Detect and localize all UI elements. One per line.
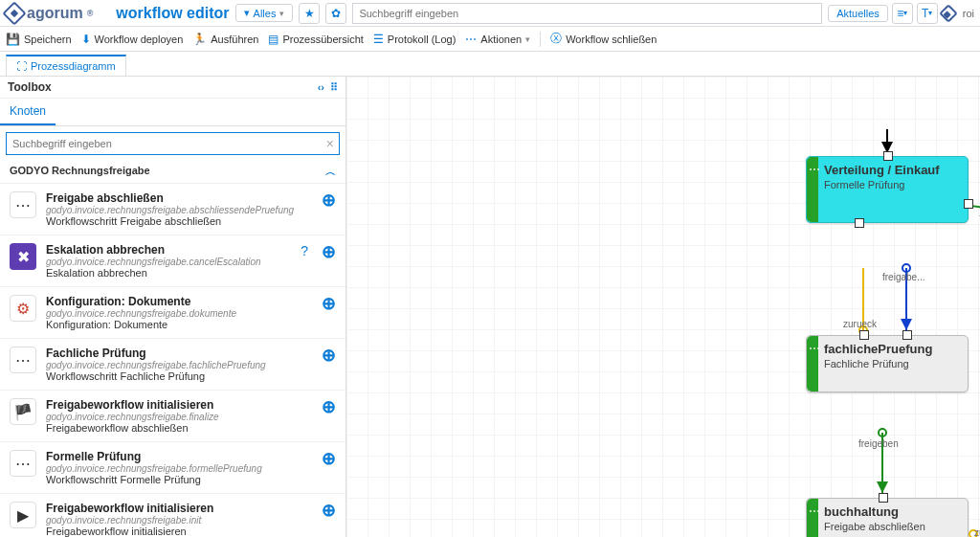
node-path: godyo.invoice.rechnungsfreigabe.formelle…: [46, 463, 312, 474]
global-search-input[interactable]: [352, 3, 822, 24]
chevron-down-icon: ▾: [279, 9, 284, 18]
actions-dropdown[interactable]: ⋯Aktionen: [465, 33, 530, 46]
header-right-tools: Aktuelles ≡▾ T▾ roi: [828, 3, 974, 24]
node-title: fachlichePruefung: [824, 342, 958, 356]
node-subtitle: Freigabe abschließen: [824, 521, 958, 532]
overview-icon: ▤: [268, 33, 278, 46]
add-node-button[interactable]: ⊕: [322, 502, 336, 519]
toolbox-node-item[interactable]: ⋯Fachliche Prüfunggodyo.invoice.rechnung…: [0, 339, 345, 391]
dots-icon: ⋯: [809, 342, 818, 355]
add-node-button[interactable]: ⊕: [322, 398, 336, 415]
port-in-left[interactable]: [859, 330, 869, 340]
x-icon: ✖: [10, 243, 36, 270]
user-label[interactable]: roi: [963, 8, 974, 19]
node-texts: Freigabeworkflow initialisierengodyo.inv…: [46, 398, 312, 434]
node-title: Freigabe abschließen: [46, 191, 312, 205]
sidebar-grid-icon[interactable]: ⠿: [330, 81, 338, 94]
toolbox-search-clear[interactable]: ×: [326, 136, 334, 151]
node-subtitle: Fachliche Prüfung: [824, 358, 958, 369]
save-button[interactable]: 💾Speichern: [6, 33, 72, 46]
node-path: godyo.invoice.rechnungsfreigabe.dokument…: [46, 308, 312, 319]
toolbox-sidebar: Toolbox ‹› ⠿ Knoten × GODYO Rechnungsfre…: [0, 77, 346, 537]
wf-node-fachliche[interactable]: ⋯ fachlichePruefung Fachliche Prüfung zu…: [806, 335, 969, 392]
add-node-button[interactable]: ⊕: [322, 191, 336, 209]
run-button[interactable]: 🏃Ausführen: [192, 33, 258, 46]
global-search: [352, 3, 822, 24]
node-path: godyo.invoice.rechnungsfreigabe.cancelEs…: [46, 257, 291, 267]
svg-point-4: [902, 264, 910, 272]
close-workflow-button[interactable]: ⓧWorkflow schließen: [550, 31, 657, 47]
save-icon: 💾: [6, 33, 20, 46]
node-desc: Freigabeworkflow initialisieren: [46, 526, 312, 537]
toolbox-node-item[interactable]: ⚙Konfiguration: Dokumentegodyo.invoice.r…: [0, 287, 345, 339]
port-in[interactable]: [879, 493, 888, 503]
node-texts: Formelle Prüfunggodyo.invoice.rechnungsf…: [46, 450, 312, 485]
port-out[interactable]: [855, 218, 864, 228]
overview-button[interactable]: ▤Prozessübersicht: [268, 33, 363, 46]
wf-node-verteilung[interactable]: ⋯ Verteilung / Einkauf Formelle Prüfung …: [806, 156, 969, 223]
brand-name: agorum: [27, 5, 83, 22]
node-title: Verteilung / Einkauf: [824, 163, 958, 177]
port-out-right[interactable]: [964, 199, 973, 209]
brand-logo[interactable]: agorum®: [6, 5, 93, 22]
node-desc: Workflowschritt Freigabe abschließen: [46, 215, 312, 227]
toolbar-separator: [540, 32, 541, 47]
node-path: godyo.invoice.rechnungsfreigabe.finalize: [46, 412, 312, 422]
toolbox-search-input[interactable]: [6, 132, 340, 155]
toolbox-group-header[interactable]: GODYO Rechnungsfreigabe ︿: [0, 161, 345, 184]
node-path: godyo.invoice.rechnungsfreigabe.abschlie…: [46, 205, 312, 215]
node-desc: Eskalation abbrechen: [46, 267, 291, 279]
wf-node-buchhaltung[interactable]: ⋯ buchhaltung Freigabe abschließen zurue…: [806, 498, 969, 537]
port-in[interactable]: [883, 151, 893, 161]
list-view-button[interactable]: ≡▾: [892, 3, 913, 24]
toolbox-node-item[interactable]: ▶Freigabeworkflow initialisierengodyo.in…: [0, 494, 345, 537]
agorum-mini-icon[interactable]: [939, 4, 958, 23]
add-node-button[interactable]: ⊕: [322, 243, 336, 260]
close-circle-icon: ⓧ: [550, 31, 562, 47]
add-node-button[interactable]: ⊕: [322, 450, 336, 467]
toolbox-search: ×: [0, 126, 345, 161]
diagram-icon: ⛶: [16, 60, 27, 72]
node-path: godyo.invoice.rechnungsfreigabe.fachlich…: [46, 360, 312, 370]
chevron-up-icon: ︿: [325, 165, 336, 179]
toolbox-node-list[interactable]: ⋯Freigabe abschließengodyo.invoice.rechn…: [0, 184, 345, 537]
port-in-right[interactable]: [902, 330, 912, 340]
star-button[interactable]: ★: [299, 3, 320, 24]
deploy-button[interactable]: ⬇Workflow deployen: [81, 33, 184, 46]
toolbox-node-item[interactable]: 🏴Freigabeworkflow initialisierengodyo.in…: [0, 391, 345, 442]
workflow-canvas[interactable]: ⋯ Verteilung / Einkauf Formelle Prüfung …: [346, 77, 980, 537]
tab-process-diagram[interactable]: ⛶ Prozessdiagramm: [6, 55, 126, 76]
toolbox-tab-nodes[interactable]: Knoten: [0, 99, 56, 125]
toolbox-node-item[interactable]: ⋯Formelle Prüfunggodyo.invoice.rechnungs…: [0, 442, 345, 494]
protocol-button[interactable]: ☰Protokoll (Log): [373, 33, 457, 46]
text-style-button[interactable]: T▾: [917, 3, 938, 24]
toolbox-node-item[interactable]: ⋯Freigabe abschließengodyo.invoice.rechn…: [0, 184, 345, 235]
current-button[interactable]: Aktuelles: [828, 5, 888, 22]
dots-icon: ⋯: [10, 347, 36, 373]
settings-button[interactable]: ✿: [325, 3, 346, 24]
brand-reg: ®: [87, 9, 94, 18]
node-desc: Workflowschritt Fachliche Prüfung: [46, 370, 312, 382]
dots-icon: ⋯: [809, 163, 818, 176]
node-texts: Freigabeworkflow initialisierengodyo.inv…: [46, 502, 312, 537]
main-split: Toolbox ‹› ⠿ Knoten × GODYO Rechnungsfre…: [0, 77, 980, 537]
svg-point-6: [879, 429, 886, 436]
node-title: Eskalation abbrechen: [46, 243, 291, 257]
node-texts: Fachliche Prüfunggodyo.invoice.rechnungs…: [46, 347, 312, 382]
toolbox-node-item[interactable]: ✖Eskalation abbrechengodyo.invoice.rechn…: [0, 235, 345, 287]
play-icon: ▶: [10, 502, 36, 528]
tab-strip: ⛶ Prozessdiagramm: [0, 52, 980, 77]
sidebar-collapse-icon[interactable]: ‹›: [318, 81, 324, 94]
add-node-button[interactable]: ⊕: [322, 295, 336, 312]
help-icon[interactable]: ?: [301, 243, 308, 258]
node-texts: Konfiguration: Dokumentegodyo.invoice.re…: [46, 295, 312, 330]
filter-dropdown[interactable]: ▾ Alles ▾: [235, 4, 294, 22]
add-node-button[interactable]: ⊕: [322, 347, 336, 364]
node-title: buchhaltung: [824, 504, 958, 519]
node-texts: Freigabe abschließengodyo.invoice.rechnu…: [46, 191, 312, 227]
app-header: agorum® workflow editor ▾ Alles ▾ ★ ✿ Ak…: [0, 0, 980, 27]
action-toolbar: 💾Speichern ⬇Workflow deployen 🏃Ausführen…: [0, 27, 980, 52]
node-texts: Eskalation abbrechengodyo.invoice.rechnu…: [46, 243, 291, 279]
flag-icon: 🏴: [10, 398, 36, 425]
edge-label-freigabe: freigabe...: [882, 272, 924, 282]
